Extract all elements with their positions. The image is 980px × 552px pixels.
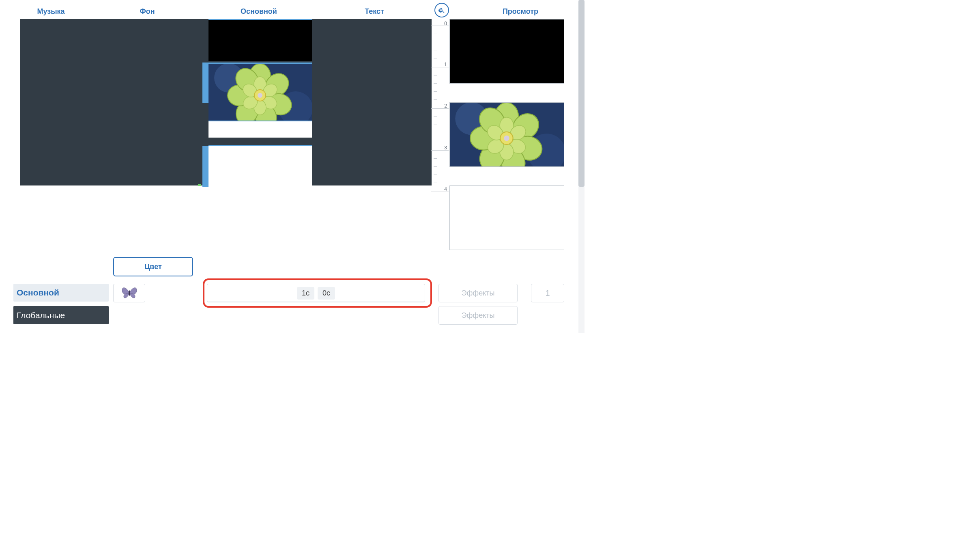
slide-handle[interactable] (202, 146, 208, 187)
zoom-in-button[interactable] (434, 3, 449, 17)
tab-text[interactable]: Текст (312, 4, 437, 19)
thumbnail-black[interactable] (449, 19, 564, 84)
color-button[interactable]: Цвет (113, 257, 193, 276)
tab-view[interactable]: Просмотр (474, 4, 567, 19)
tab-main[interactable]: Основной (206, 4, 312, 19)
duration-segment[interactable]: 1с 0с (207, 284, 425, 302)
svg-point-36 (128, 290, 130, 296)
tab-music[interactable]: Музыка (13, 4, 88, 19)
svg-point-17 (258, 93, 262, 98)
scrollbar-thumb[interactable] (578, 0, 585, 187)
ruler-label: 4 (444, 186, 447, 192)
ruler-label: 1 (444, 62, 447, 67)
slide-flower-caption-area (208, 121, 312, 138)
lower-panel: Цвет Основной Глобальные 1с 0с Эффекты Э… (0, 256, 585, 333)
thumbnail-white[interactable] (449, 185, 564, 250)
slide-black[interactable] (208, 19, 312, 61)
ruler-label: 3 (444, 145, 447, 151)
duration-chip-1[interactable]: 1с (297, 287, 314, 300)
slide-flower[interactable] (208, 63, 312, 138)
thumbnail-flower[interactable] (449, 102, 564, 167)
slide-handle[interactable] (202, 63, 208, 103)
effects-button-bottom[interactable]: Эффекты (438, 306, 518, 325)
scrollbar-track[interactable] (578, 0, 585, 333)
center-slides-column (208, 19, 312, 185)
effects-count[interactable]: 1 (531, 284, 564, 302)
svg-point-35 (504, 136, 509, 141)
top-tabs: Музыка Фон Основной Текст Просмотр (13, 4, 576, 19)
ruler-label: 2 (444, 103, 447, 109)
category-main[interactable]: Основной (13, 284, 109, 302)
editor-stage[interactable] (20, 19, 432, 185)
category-global[interactable]: Глобальные (13, 306, 109, 324)
butterfly-preset[interactable] (113, 284, 145, 302)
zoom-in-icon (438, 6, 445, 14)
slide-blank[interactable] (208, 145, 312, 187)
effects-button-top[interactable]: Эффекты (438, 284, 518, 302)
tab-background[interactable]: Фон (88, 4, 206, 19)
flower-artwork (208, 63, 312, 122)
duration-chip-2[interactable]: 0с (318, 287, 335, 300)
timeline-marker (198, 184, 201, 186)
butterfly-icon (120, 285, 138, 301)
